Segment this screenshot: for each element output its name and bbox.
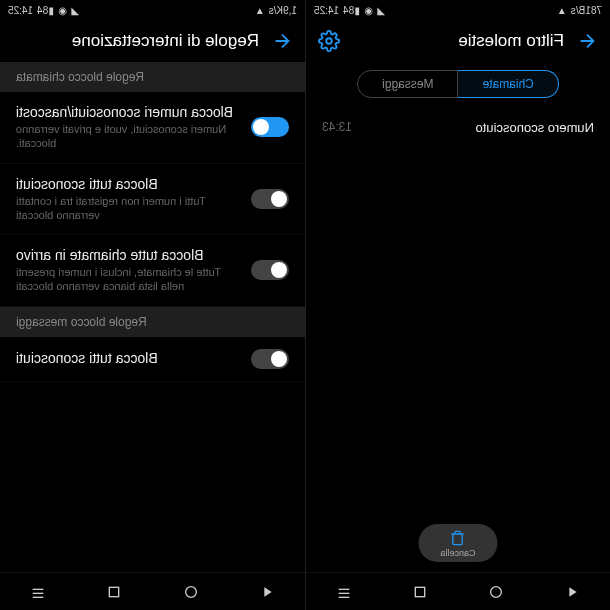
nav-bar (0, 572, 305, 610)
setting-desc: Tutti i numeri non registrati tra i cont… (16, 194, 239, 223)
net-speed: 1,9K/s (269, 5, 297, 16)
toggle-block-unknown-hidden[interactable] (251, 117, 289, 137)
battery-icon: ▮84 (37, 5, 54, 16)
setting-block-all-unknown[interactable]: Blocca tutti sconosciuti Tutti i numeri … (0, 164, 305, 236)
status-bar: 1,9K/s ▲ ◢ ◉ ▮84 14:25 (0, 0, 305, 20)
delete-label: Cancella (440, 548, 475, 558)
nav-recent-icon[interactable] (106, 584, 122, 600)
toggle-block-all-unknown[interactable] (251, 189, 289, 209)
setting-desc: Numeri sconosciuti, vuoti e privati verr… (16, 122, 239, 151)
toggle-block-unknown-msg[interactable] (251, 349, 289, 369)
nav-drawer-icon[interactable] (336, 584, 352, 600)
setting-desc: Tutte le chiamate, inclusi i numeri pres… (16, 265, 239, 294)
signal-icon: ◢ (71, 5, 79, 16)
setting-block-all-incoming[interactable]: Blocca tutte chiamate in arrivo Tutte le… (0, 235, 305, 307)
net-speed: 781B/s (571, 5, 602, 16)
clock: 14:25 (8, 5, 33, 16)
page-title: Filtro molestie (352, 31, 564, 51)
wifi-icon: ▲ (255, 5, 265, 16)
nav-drawer-icon[interactable] (30, 584, 46, 600)
wifi-icon: ▲ (557, 5, 567, 16)
battery-icon: ▮84 (343, 5, 360, 16)
toggle-block-all-incoming[interactable] (251, 260, 289, 280)
nav-home-icon[interactable] (488, 584, 504, 600)
signal-icon: ◢ (377, 5, 385, 16)
setting-title: Blocca numeri sconosciuti/nascosti (16, 104, 239, 120)
entry-time: 13:43 (322, 120, 352, 135)
svg-rect-7 (110, 587, 119, 596)
page-title: Regole di intercettazione (12, 31, 259, 51)
back-arrow-icon[interactable] (271, 30, 293, 52)
setting-block-unknown-hidden[interactable]: Blocca numeri sconosciuti/nascosti Numer… (0, 92, 305, 164)
section-header-calls: Regole blocco chiamata (0, 62, 305, 92)
section-header-messages: Regole blocco messaggi (0, 307, 305, 337)
header: Filtro molestie (306, 20, 610, 62)
nav-home-icon[interactable] (183, 584, 199, 600)
nav-bar (306, 572, 610, 610)
tabs: Chiamate Messaggi (306, 62, 610, 110)
delete-button[interactable]: Cancella (418, 524, 497, 562)
entry-title: Numero sconosciuto (476, 120, 595, 135)
setting-title: Blocca tutte chiamate in arrivo (16, 247, 239, 263)
tab-messages[interactable]: Messaggi (357, 70, 458, 98)
svg-point-6 (185, 586, 196, 597)
wifi-icon: ◉ (364, 5, 373, 16)
setting-title: Blocca tutti sconosciuti (16, 176, 239, 192)
setting-title: Blocca tutti sconosciuti (16, 350, 239, 366)
wifi-icon: ◉ (58, 5, 67, 16)
back-arrow-icon[interactable] (576, 30, 598, 52)
trash-icon (450, 530, 466, 546)
clock: 14:25 (314, 5, 339, 16)
svg-rect-2 (415, 587, 424, 596)
status-bar: 781B/s ▲ ◢ ◉ ▮84 14:25 (306, 0, 610, 20)
nav-back-icon[interactable] (564, 584, 580, 600)
nav-recent-icon[interactable] (412, 584, 428, 600)
tab-calls[interactable]: Chiamate (459, 70, 559, 98)
gear-icon[interactable] (318, 30, 340, 52)
list-item[interactable]: Numero sconosciuto 13:43 (306, 110, 610, 145)
svg-point-1 (491, 586, 502, 597)
header: Regole di intercettazione (0, 20, 305, 62)
svg-point-0 (326, 38, 332, 44)
setting-block-unknown-msg[interactable]: Blocca tutti sconosciuti (0, 337, 305, 382)
nav-back-icon[interactable] (259, 584, 275, 600)
